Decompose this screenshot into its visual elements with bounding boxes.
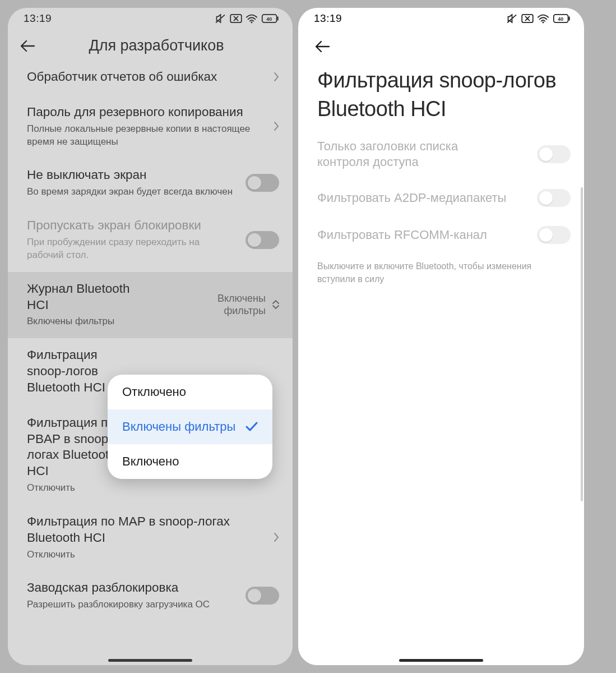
mute-icon <box>215 13 226 24</box>
row-skip-lockscreen: Пропускать экран блокировки При пробужде… <box>8 209 293 272</box>
popup-option-label: Отключено <box>122 385 186 399</box>
row-label: Фильтрация по MAP в snoop-логах Bluetoot… <box>27 514 267 546</box>
keyboard-dismiss-icon <box>230 14 242 23</box>
keyboard-dismiss-icon <box>521 14 534 23</box>
row-subtitle: Полные локальные резервные копии в насто… <box>27 123 267 149</box>
popup-menu: Отключено Включены фильтры Включено <box>108 375 272 479</box>
status-time: 13:19 <box>24 12 52 25</box>
svg-text:40: 40 <box>558 16 563 22</box>
wifi-icon <box>537 14 549 24</box>
back-arrow-icon <box>315 40 330 53</box>
row-label: Обработчик отчетов об ошибках <box>27 69 267 85</box>
toggle-skip-lockscreen <box>246 231 279 249</box>
page-title: Фильтрация snoop-логов Bluetooth HCI <box>298 59 584 130</box>
popup-option-disabled[interactable]: Отключено <box>108 375 272 409</box>
battery-icon: 40 <box>261 14 279 23</box>
row-label: Журнал Bluetooth HCI <box>27 281 150 314</box>
svg-point-6 <box>543 21 544 23</box>
svg-text:40: 40 <box>266 16 272 22</box>
row-subtitle: При пробуждении сразу переходить на рабо… <box>27 236 239 262</box>
status-icons: 40 <box>506 13 571 24</box>
row-value: Включены фильтры <box>187 292 266 317</box>
row-backup-password[interactable]: Пароль для резервного копирования Полные… <box>8 95 293 159</box>
row-label: Только заголовки списка контроля доступа <box>317 139 485 170</box>
toggle-a2dp[interactable] <box>537 189 571 207</box>
chevron-right-icon <box>274 532 279 542</box>
row-label: Не выключать экран <box>27 167 239 183</box>
row-label: Фильтровать A2DP-медиапакеты <box>317 190 530 206</box>
status-icons: 40 <box>215 13 279 24</box>
row-subtitle: Отключить <box>27 548 267 561</box>
popup-option-label: Включены фильтры <box>122 420 235 434</box>
row-bluetooth-hci-log[interactable]: Журнал Bluetooth HCI Включены фильтры Вк… <box>8 272 293 339</box>
toggle-acl[interactable] <box>537 145 571 163</box>
check-icon <box>246 422 258 432</box>
row-filter-a2dp[interactable]: Фильтровать A2DP-медиапакеты <box>298 180 584 217</box>
row-bug-report-handler[interactable]: Обработчик отчетов об ошибках <box>8 60 293 95</box>
back-button[interactable] <box>314 38 331 55</box>
row-label: Пропускать экран блокировки <box>27 218 239 234</box>
chevron-right-icon <box>274 121 279 131</box>
status-bar: 13:19 40 <box>8 8 293 29</box>
popup-option-label: Включено <box>122 454 179 469</box>
row-label: Фильтровать RFCOMM-канал <box>317 227 530 243</box>
status-bar: 13:19 40 <box>298 8 584 29</box>
row-filter-rfcomm[interactable]: Фильтровать RFCOMM-канал <box>298 217 584 254</box>
row-acl-headers-only[interactable]: Только заголовки списка контроля доступа <box>298 130 584 180</box>
nav-handle[interactable] <box>399 659 483 662</box>
battery-icon: 40 <box>553 14 571 23</box>
svg-rect-8 <box>568 16 569 20</box>
chevron-right-icon <box>274 72 279 82</box>
updown-icon <box>272 299 279 310</box>
svg-rect-3 <box>277 16 278 20</box>
svg-point-1 <box>251 21 253 23</box>
row-map-filter[interactable]: Фильтрация по MAP в snoop-логах Bluetoot… <box>8 505 293 571</box>
toggle-rfcomm[interactable] <box>537 226 571 244</box>
status-time: 13:19 <box>314 12 342 25</box>
settings-list: Обработчик отчетов об ошибках Пароль для… <box>8 60 293 665</box>
nav-handle[interactable] <box>108 659 192 662</box>
hint-text: Выключите и включите Bluetooth, чтобы из… <box>298 254 584 291</box>
row-subtitle: Разрешить разблокировку загрузчика ОС <box>27 598 239 611</box>
row-subtitle: Отключить <box>27 482 279 495</box>
row-subtitle: Включены фильтры <box>27 315 180 328</box>
scroll-indicator <box>581 187 583 501</box>
toggle-oem-unlock[interactable] <box>246 587 279 605</box>
settings-list: Только заголовки списка контроля доступа… <box>298 130 584 665</box>
row-label: Пароль для резервного копирования <box>27 104 267 121</box>
mute-icon <box>506 13 518 24</box>
header-title: Для разработчиков <box>29 37 284 54</box>
row-label: Заводская разблокировка <box>27 580 239 596</box>
row-subtitle: Во время зарядки экран будет всегда вклю… <box>27 186 239 199</box>
row-oem-unlock[interactable]: Заводская разблокировка Разрешить разбло… <box>8 571 293 621</box>
row-stay-awake[interactable]: Не выключать экран Во время зарядки экра… <box>8 158 293 209</box>
toggle-stay-awake[interactable] <box>246 174 279 192</box>
phone-left: 13:19 40 Для разработчиков Обработчик от… <box>8 8 293 665</box>
header: Для разработчиков <box>8 29 293 60</box>
phone-right: 13:19 40 Фильтрация snoop-логов Bluetoot… <box>298 8 584 665</box>
popup-option-enabled[interactable]: Включено <box>108 444 272 479</box>
wifi-icon <box>246 14 258 24</box>
popup-option-filters-enabled[interactable]: Включены фильтры <box>108 409 272 444</box>
header <box>298 29 584 59</box>
